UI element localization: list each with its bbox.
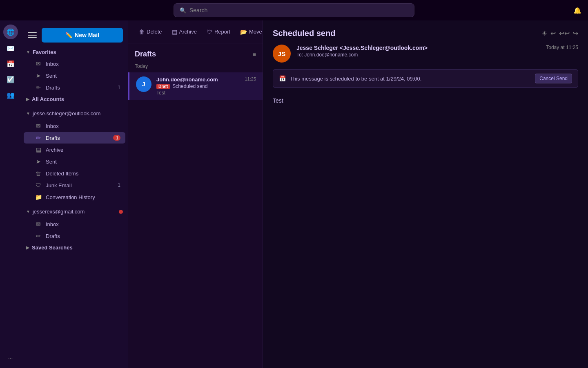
sidebar-item-label: Inbox bbox=[46, 123, 59, 129]
favorites-label: Favorites bbox=[33, 49, 56, 55]
reading-pane: Scheduled send ☀ ↩ ↩↩ ↪ JS Jesse Schlege… bbox=[263, 20, 588, 368]
email-preview: Test bbox=[156, 90, 240, 96]
forward-icon[interactable]: ↪ bbox=[573, 29, 578, 37]
email-list-panel: 🗑 Delete ▤ Archive 🛡 Report 📂 Move ⚑ Fla… bbox=[128, 20, 263, 368]
sidebar-item-convo-acct1[interactable]: 📁 Conversation History bbox=[24, 191, 125, 203]
account2-red-dot bbox=[119, 210, 123, 214]
sidebar-toolbar: ✏️ New Mail bbox=[21, 24, 128, 47]
mail-nav-icon[interactable]: ✉️ bbox=[4, 42, 17, 55]
search-bar[interactable]: 🔍 Search bbox=[174, 3, 414, 17]
sidebar-item-drafts-acct2[interactable]: ✏ Drafts bbox=[24, 230, 125, 242]
all-accounts-label: All Accounts bbox=[32, 96, 64, 102]
new-mail-button[interactable]: ✏️ New Mail bbox=[42, 28, 123, 43]
email-body: Test bbox=[273, 96, 578, 105]
globe-icon[interactable]: 🌐 bbox=[3, 25, 18, 39]
sidebar-item-inbox-acct1[interactable]: ✉ Inbox bbox=[24, 120, 125, 132]
sidebar-item-junk-acct1[interactable]: 🛡 Junk Email 1 bbox=[24, 180, 125, 191]
drafts-icon: ✏ bbox=[35, 233, 42, 239]
favorites-section-header[interactable]: ▼ Favorites bbox=[21, 47, 128, 58]
inbox-icon: ✉ bbox=[35, 221, 42, 227]
sent-icon: ➤ bbox=[35, 158, 42, 165]
calendar-nav-icon[interactable]: 📅 bbox=[4, 57, 17, 70]
notification-icon[interactable]: 🔔 bbox=[573, 7, 581, 14]
sender-info: Jesse Schleger <Jesse.Schleger@outlook.c… bbox=[296, 45, 540, 58]
sidebar-item-sent-fav[interactable]: ➤ Sent bbox=[24, 70, 125, 81]
hamburger-menu[interactable] bbox=[26, 29, 38, 41]
main-layout: 🌐 ✉️ 📅 ☑️ 👥 ··· ✏️ New Mail ▼ Favorites … bbox=[0, 20, 588, 368]
junk-icon: 🛡 bbox=[35, 182, 42, 188]
compose-icon: ✏️ bbox=[65, 32, 72, 38]
sender-to: To: John.doe@noname.com bbox=[296, 52, 540, 58]
account1-header[interactable]: ▼ jesse.schleger@outlook.com bbox=[21, 107, 128, 120]
sidebar-item-inbox-acct2[interactable]: ✉ Inbox bbox=[24, 218, 125, 230]
sidebar-item-label: Inbox bbox=[46, 61, 59, 67]
top-bar: 🔍 Search 🔔 bbox=[0, 0, 588, 20]
email-view-header: Scheduled send ☀ ↩ ↩↩ ↪ bbox=[273, 29, 578, 38]
saved-searches-header[interactable]: ▶ Saved Searches bbox=[21, 242, 128, 253]
reply-icon[interactable]: ↩ bbox=[550, 29, 556, 37]
sent-icon: ➤ bbox=[35, 72, 42, 79]
email-avatar: J bbox=[136, 76, 151, 92]
draft-badge: Draft bbox=[156, 84, 170, 89]
search-placeholder: Search bbox=[189, 7, 207, 13]
saved-searches-chevron: ▶ bbox=[26, 245, 29, 250]
cancel-send-button[interactable]: Cancel Send bbox=[535, 74, 572, 83]
sidebar-item-archive-acct1[interactable]: ▤ Archive bbox=[24, 144, 125, 155]
sidebar-item-label: Drafts bbox=[46, 85, 60, 91]
email-time: 11:25 bbox=[245, 76, 256, 81]
more-nav-icon[interactable]: ··· bbox=[6, 352, 16, 364]
email-view: Scheduled send ☀ ↩ ↩↩ ↪ JS Jesse Schlege… bbox=[263, 20, 588, 368]
convo-icon: 📁 bbox=[35, 194, 42, 200]
email-list-item[interactable]: J John.doe@noname.com Draft Scheduled se… bbox=[128, 72, 263, 100]
email-view-actions: ☀ ↩ ↩↩ ↪ bbox=[541, 29, 578, 37]
archive-button[interactable]: ▤ Archive bbox=[168, 26, 201, 38]
drafts-icon: ✏ bbox=[35, 135, 42, 141]
delete-button[interactable]: 🗑 Delete bbox=[135, 26, 166, 38]
sidebar-item-deleted-acct1[interactable]: 🗑 Deleted Items bbox=[24, 168, 125, 179]
account1-chevron: ▼ bbox=[26, 111, 30, 116]
sidebar-item-label: Sent bbox=[46, 159, 57, 165]
email-view-title: Scheduled send bbox=[273, 29, 335, 38]
reply-all-icon[interactable]: ↩↩ bbox=[559, 29, 570, 37]
tasks-nav-icon[interactable]: ☑️ bbox=[4, 73, 17, 86]
archive-icon: ▤ bbox=[172, 29, 177, 35]
sidebar-item-label: Archive bbox=[46, 147, 63, 153]
to-address: John.doe@noname.com bbox=[304, 52, 358, 58]
delete-icon: 🗑 bbox=[139, 29, 145, 35]
email-from: John.doe@noname.com bbox=[156, 76, 240, 83]
date-group-label: Today bbox=[128, 62, 263, 72]
inbox-icon: ✉ bbox=[35, 61, 42, 67]
filter-icon[interactable]: ≡ bbox=[253, 51, 256, 58]
to-label: To: bbox=[296, 52, 303, 58]
sidebar-item-drafts-acct1[interactable]: ✏ Drafts 1 bbox=[24, 132, 125, 144]
sender-name: Jesse Schleger <Jesse.Schleger@outlook.c… bbox=[296, 45, 540, 51]
email-meta: Draft Scheduled send bbox=[156, 83, 240, 89]
deleted-icon: 🗑 bbox=[35, 170, 42, 177]
drafts-fav-badge: 1 bbox=[113, 85, 120, 90]
report-button[interactable]: 🛡 Report bbox=[203, 26, 234, 38]
sidebar-item-label: Deleted Items bbox=[46, 171, 78, 177]
move-button[interactable]: 📂 Move bbox=[236, 26, 266, 38]
email-list-title: Drafts bbox=[135, 50, 156, 58]
all-accounts-chevron: ▶ bbox=[26, 97, 29, 101]
move-icon: 📂 bbox=[240, 29, 247, 35]
sidebar-item-label: Conversation History bbox=[46, 194, 95, 200]
drafts-acct1-badge: 1 bbox=[113, 135, 120, 141]
reading-toolbar: 🗑 Delete ▤ Archive 🛡 Report 📂 Move ⚑ Fla… bbox=[128, 20, 263, 43]
scheduled-banner-text: This message is scheduled to be sent at … bbox=[290, 76, 531, 82]
account2-email: jesserexs@gmail.com bbox=[33, 209, 85, 215]
sidebar-item-drafts-fav[interactable]: ✏ Drafts 1 bbox=[24, 82, 125, 93]
favorites-chevron: ▼ bbox=[26, 50, 30, 54]
sun-icon[interactable]: ☀ bbox=[541, 29, 547, 37]
inbox-icon: ✉ bbox=[35, 123, 42, 129]
email-timestamp: Today at 11:25 bbox=[546, 45, 578, 50]
sidebar-item-inbox-fav[interactable]: ✉ Inbox bbox=[24, 58, 125, 70]
account2-header[interactable]: ▼ jesserexs@gmail.com bbox=[21, 205, 128, 218]
all-accounts-header[interactable]: ▶ All Accounts bbox=[21, 94, 128, 105]
people-nav-icon[interactable]: 👥 bbox=[4, 88, 17, 101]
saved-searches-label: Saved Searches bbox=[32, 245, 73, 251]
scheduled-banner: 📅 This message is scheduled to be sent a… bbox=[273, 69, 578, 88]
archive-icon: ▤ bbox=[35, 146, 42, 153]
new-mail-label: New Mail bbox=[75, 32, 99, 38]
sidebar-item-sent-acct1[interactable]: ➤ Sent bbox=[24, 156, 125, 167]
